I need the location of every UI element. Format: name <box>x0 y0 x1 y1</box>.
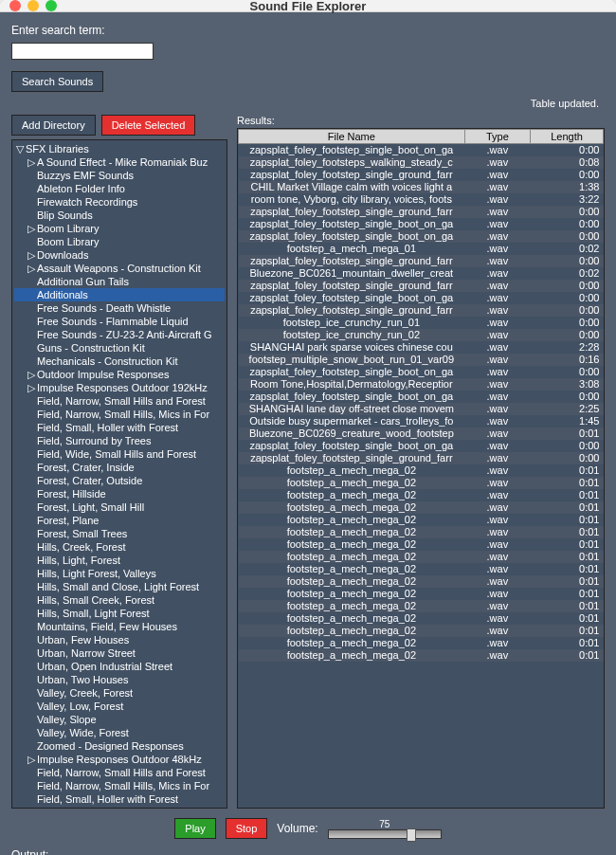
tree-item[interactable]: Hills, Small and Close, Light Forest <box>14 580 225 593</box>
tree-item[interactable]: ▷A Sound Effect - Mike Romaniak Buz <box>14 155 225 169</box>
tree-item[interactable]: ▷Boom Library <box>14 222 225 235</box>
table-row[interactable]: footstep_a_mech_mega_02.wav0:01 <box>239 514 604 526</box>
col-header-length[interactable]: Length <box>530 130 603 144</box>
table-row[interactable]: zapsplat_foley_footstep_single_boot_on_g… <box>239 144 604 157</box>
tree-item[interactable]: Field, Narrow, Small Hills and Forest <box>14 766 225 779</box>
table-row[interactable]: zapsplat_foley_footstep_single_boot_on_g… <box>239 391 604 403</box>
table-row[interactable]: zapsplat_foley_footstep_single_ground_fa… <box>239 206 604 218</box>
tree-item[interactable]: Field, Narrow, Small Hills, Mics in For <box>14 408 225 421</box>
results-table[interactable]: File Name Type Length zapsplat_foley_foo… <box>238 129 604 808</box>
tree-item[interactable]: Forest, Hillside <box>14 487 225 500</box>
table-row[interactable]: zapsplat_foley_footstep_single_ground_fa… <box>239 255 604 267</box>
close-icon[interactable] <box>9 0 21 11</box>
table-row[interactable]: zapsplat_foley_footsteps_walking_steady_… <box>239 156 604 169</box>
tree-item[interactable]: Field, Small, Holler with Forest <box>14 792 225 806</box>
tree-item[interactable]: Guns - Construction Kit <box>14 341 225 355</box>
table-row[interactable]: CHIL Market Village calm with voices lig… <box>239 181 604 193</box>
table-row[interactable]: footstep_a_mech_mega_02.wav0:01 <box>239 563 604 575</box>
tree-item[interactable]: Boom Library <box>14 235 225 248</box>
tree-item[interactable]: Hills, Light, Forest <box>14 554 225 567</box>
tree-item[interactable]: Urban, Two Houses <box>14 673 225 686</box>
tree-item[interactable]: Urban, Open Industrial Street <box>14 660 225 673</box>
tree-item[interactable]: ▷Impulse Responses Outdoor 192kHz <box>14 381 225 394</box>
table-row[interactable]: footstep_a_mech_mega_02.wav0:01 <box>239 588 604 600</box>
tree-item[interactable]: Valley, Low, Forest <box>14 700 225 713</box>
directory-tree[interactable]: ▽SFX Libraries▷A Sound Effect - Mike Rom… <box>11 139 227 809</box>
table-row[interactable]: footstep_a_mech_mega_02.wav0:01 <box>239 625 604 637</box>
table-row[interactable]: Room Tone,Hospital,Dermatology,Receptior… <box>239 378 604 391</box>
tree-item[interactable]: Valley, Creek, Forest <box>14 686 225 700</box>
table-row[interactable]: footstep_a_mech_mega_02.wav0:01 <box>239 612 604 625</box>
table-row[interactable]: zapsplat_foley_footstep_single_ground_fa… <box>239 169 604 181</box>
tree-item[interactable]: ▷Outdoor Impulse Responses <box>14 368 225 381</box>
tree-item[interactable]: Forest, Plane <box>14 514 225 527</box>
play-button[interactable]: Play <box>174 818 215 839</box>
slider-thumb[interactable] <box>407 828 416 842</box>
tree-item[interactable]: Ableton Folder Info <box>14 182 225 195</box>
table-row[interactable]: footstep_a_mech_mega_02.wav0:01 <box>239 649 604 662</box>
table-row[interactable]: Bluezone_BC0261_mountain_dweller_creat.w… <box>239 267 604 280</box>
col-header-type[interactable]: Type <box>464 130 530 144</box>
tree-item[interactable]: Additionals <box>14 288 225 301</box>
table-row[interactable]: SHANGHAI park sparse voices chinese cou.… <box>239 341 604 354</box>
table-row[interactable]: footstep_a_mech_mega_02.wav0:01 <box>239 575 604 588</box>
tree-item[interactable]: Hills, Creek, Forest <box>14 540 225 554</box>
tree-item[interactable]: Hills, Small Creek, Forest <box>14 593 225 607</box>
tree-item[interactable]: Valley, Wide, Forest <box>14 726 225 739</box>
delete-selected-button[interactable]: Delete Selected <box>101 115 196 136</box>
table-row[interactable]: footstep_ice_crunchy_run_02.wav0:00 <box>239 329 604 341</box>
tree-item[interactable]: Forest, Small Trees <box>14 527 225 540</box>
table-row[interactable]: zapsplat_foley_footstep_single_boot_on_g… <box>239 440 604 452</box>
tree-item[interactable]: Valley, Slope <box>14 713 225 726</box>
tree-item[interactable]: Mechanicals - Construction Kit <box>14 355 225 368</box>
table-row[interactable]: zapsplat_foley_footstep_single_ground_fa… <box>239 304 604 317</box>
table-row[interactable]: footstep_a_mech_mega_02.wav0:01 <box>239 538 604 551</box>
tree-item[interactable]: Field, Small, Holler with Forest <box>14 421 225 434</box>
table-row[interactable]: footstep_multiple_snow_boot_run_01_var09… <box>239 354 604 366</box>
tree-item[interactable]: Forest, Crater, Inside <box>14 461 225 474</box>
tree-item[interactable]: Field, Narrow, Small Hills and Forest <box>14 394 225 408</box>
table-row[interactable]: Outside busy supermarket - cars_trolleys… <box>239 415 604 428</box>
table-row[interactable]: footstep_a_mech_mega_02.wav0:01 <box>239 637 604 649</box>
table-row[interactable]: footstep_a_mech_mega_02.wav0:01 <box>239 464 604 477</box>
table-row[interactable]: footstep_a_mech_mega_02.wav0:01 <box>239 600 604 612</box>
volume-slider[interactable] <box>328 829 442 839</box>
tree-item[interactable]: Mountains, Field, Few Houses <box>14 620 225 633</box>
table-row[interactable]: zapsplat_foley_footstep_single_boot_on_g… <box>239 292 604 304</box>
tree-item[interactable]: Zoomed - Designed Responses <box>14 739 225 753</box>
table-row[interactable]: room tone, Vyborg, city library, voices,… <box>239 193 604 206</box>
tree-item[interactable]: Buzzys EMF Sounds <box>14 169 225 182</box>
tree-item[interactable]: Field, Narrow, Small Hills, Mics in For <box>14 779 225 792</box>
table-row[interactable]: zapsplat_foley_footstep_single_boot_on_g… <box>239 218 604 230</box>
table-row[interactable]: footstep_a_mech_mega_02.wav0:01 <box>239 477 604 489</box>
tree-item[interactable]: Hills, Small, Light Forest <box>14 607 225 620</box>
tree-item[interactable]: Field, Wide, Small Hills and Forest <box>14 447 225 461</box>
tree-item[interactable]: Blip Sounds <box>14 209 225 222</box>
tree-item[interactable]: ▷Assault Weapons - Construction Kit <box>14 262 225 275</box>
search-input[interactable] <box>11 43 154 60</box>
table-row[interactable]: Bluezone_BC0269_creature_wood_footstep.w… <box>239 428 604 440</box>
tree-item[interactable]: Additional Gun Tails <box>14 275 225 288</box>
tree-item[interactable]: Urban, Narrow Street <box>14 646 225 660</box>
table-row[interactable]: zapsplat_foley_footstep_single_boot_on_g… <box>239 230 604 243</box>
table-row[interactable]: footstep_a_mech_mega_02.wav0:01 <box>239 551 604 563</box>
tree-item[interactable]: Free Sounds - Flammable Liquid <box>14 315 225 328</box>
tree-item[interactable]: Forest, Crater, Outside <box>14 474 225 487</box>
table-row[interactable]: footstep_a_mech_mega_02.wav0:01 <box>239 501 604 514</box>
add-directory-button[interactable]: Add Directory <box>11 115 96 136</box>
tree-item[interactable]: Free Sounds - ZU-23-2 Anti-Aircraft G <box>14 328 225 341</box>
tree-root[interactable]: ▽SFX Libraries <box>14 142 225 155</box>
table-row[interactable]: footstep_ice_crunchy_run_01.wav0:00 <box>239 317 604 329</box>
table-row[interactable]: zapsplat_foley_footstep_single_boot_on_g… <box>239 366 604 378</box>
stop-button[interactable]: Stop <box>226 818 268 839</box>
tree-item[interactable]: Forest, Light, Small Hill <box>14 500 225 514</box>
search-button[interactable]: Search Sounds <box>11 71 103 92</box>
tree-item[interactable]: Field, Surround by Trees <box>14 434 225 447</box>
tree-item[interactable]: Firewatch Recordings <box>14 195 225 209</box>
tree-item[interactable]: ▷Impulse Responses Outdoor 48kHz <box>14 753 225 766</box>
minimize-icon[interactable] <box>27 0 39 11</box>
table-row[interactable]: SHANGHAI lane day off-street close movem… <box>239 403 604 415</box>
table-row[interactable]: zapsplat_foley_footstep_single_ground_fa… <box>239 280 604 292</box>
tree-item[interactable]: Free Sounds - Death Whistle <box>14 301 225 315</box>
maximize-icon[interactable] <box>45 0 57 11</box>
